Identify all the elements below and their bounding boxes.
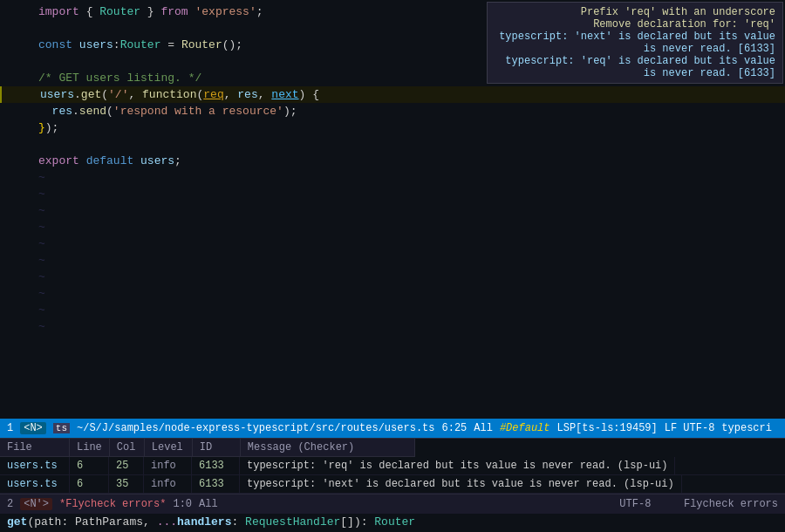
tilde-line: ~ <box>0 285 785 302</box>
bottom-all: All <box>199 498 218 510</box>
encoding-indicator: LF UTF-8 <box>665 422 715 434</box>
tooltip-line3: typescript: 'next' is declared but its v… <box>495 31 775 55</box>
hover-tooltip: Prefix 'req' with an underscore Remove d… <box>487 2 783 84</box>
code-content: }); <box>38 121 58 134</box>
tilde-line: ~ <box>0 186 785 202</box>
code-line-7: res.send('respond with a resource'); <box>0 103 785 119</box>
col-id: ID <box>193 439 241 457</box>
tooltip-line2: Remove declaration for: 'req' <box>495 18 775 31</box>
bottom-bar-left: 2 <N'> *Flycheck errors* 1:0 All <box>7 498 218 510</box>
tilde-line: ~ <box>0 252 785 269</box>
bottom-mode: <N'> <box>20 498 52 510</box>
bottom-bar-right: UTF-8 Flycheck errors <box>619 498 778 510</box>
bottom-line-num: 2 <box>7 498 13 510</box>
code-content: const users:Router = Router(); <box>38 38 242 51</box>
code-content: users.get('/', function(req, res, next) … <box>40 88 319 101</box>
diag-id-2: 6133 <box>192 475 240 493</box>
diag-row-1[interactable]: users.ts 6 25 info 6133 typescript: 'req… <box>0 457 785 475</box>
tilde-line: ~ <box>0 302 785 318</box>
minibuffer: get(path: PathParams, ...handlers: Reque… <box>0 513 785 532</box>
default-indicator: #Default <box>500 422 550 434</box>
col-line: Line <box>70 439 110 457</box>
tilde-line: ~ <box>0 235 785 252</box>
diag-header: File Line Col Level ID Message (Checker) <box>0 439 785 457</box>
diag-msg-2: typescript: 'next' is declared but its v… <box>240 475 682 493</box>
bottom-minor-mode: Flycheck errors <box>684 498 778 510</box>
tilde-line: ~ <box>0 318 785 335</box>
code-content <box>38 138 45 151</box>
status-bar: 1 <N> ts ~/S/J/samples/node-express-type… <box>0 419 785 438</box>
mode-indicator: <N> <box>20 422 46 434</box>
lsp-indicator: LSP[ts-ls:19459] <box>557 422 658 434</box>
tooltip-line4: typescript: 'req' is declared but its va… <box>495 55 775 79</box>
code-content: /* GET users listing. */ <box>38 72 201 85</box>
tilde-line: ~ <box>0 202 785 219</box>
editor-area: Prefix 'req' with an underscore Remove d… <box>0 0 785 438</box>
tilde-line: ~ <box>0 269 785 285</box>
diag-col-2: 35 <box>109 475 144 493</box>
diagnostics-panel: File Line Col Level ID Message (Checker)… <box>0 438 785 494</box>
col-level: Level <box>145 439 193 457</box>
code-line-6: users.get('/', function(req, res, next) … <box>0 86 785 103</box>
col-file: File <box>0 439 70 457</box>
diag-level-2: info <box>144 475 192 493</box>
diag-col-1: 25 <box>109 457 144 474</box>
diag-row-2[interactable]: users.ts 6 35 info 6133 typescript: 'nex… <box>0 475 785 494</box>
tilde-line: ~ <box>0 219 785 235</box>
diag-line-2: 6 <box>70 475 109 493</box>
diag-level-1: info <box>144 457 192 474</box>
col-message: Message (Checker) <box>241 439 415 457</box>
tilde-line: ~ <box>0 169 785 186</box>
major-mode: typescri <box>721 422 772 434</box>
bottom-position: 1:0 <box>173 498 192 510</box>
diag-line-1: 6 <box>70 457 109 474</box>
diag-file-1: users.ts <box>0 457 70 474</box>
code-content <box>38 55 45 68</box>
code-content: export default users; <box>38 154 181 167</box>
ts-icon: ts <box>53 423 70 433</box>
position-indicator: 6:25 <box>441 422 467 434</box>
diag-msg-1: typescript: 'req' is declared but its va… <box>240 457 675 474</box>
line-indicator: 1 <box>7 422 13 434</box>
code-content <box>38 22 45 35</box>
bottom-encoding: UTF-8 <box>619 498 651 510</box>
code-line-10: export default users; <box>0 153 785 169</box>
tooltip-line1: Prefix 'req' with an underscore <box>495 6 775 18</box>
code-line-8: }); <box>0 119 785 136</box>
code-line-9 <box>0 136 785 153</box>
minibuffer-content: get(path: PathParams, ...handlers: Reque… <box>7 515 415 529</box>
col-col: Col <box>110 439 145 457</box>
flycheck-buffer-name: *Flycheck errors* <box>59 498 166 510</box>
code-content: res.send('respond with a resource'); <box>38 105 297 118</box>
code-container[interactable]: Prefix 'req' with an underscore Remove d… <box>0 0 785 419</box>
file-path: ~/S/J/samples/node-express-typescript/sr… <box>77 422 434 434</box>
all-indicator: All <box>474 422 493 434</box>
diag-id-1: 6133 <box>192 457 240 474</box>
diag-file-2: users.ts <box>0 475 70 493</box>
code-content: import { Router } from 'express'; <box>38 5 263 18</box>
bottom-bar: 2 <N'> *Flycheck errors* 1:0 All UTF-8 F… <box>0 494 785 513</box>
